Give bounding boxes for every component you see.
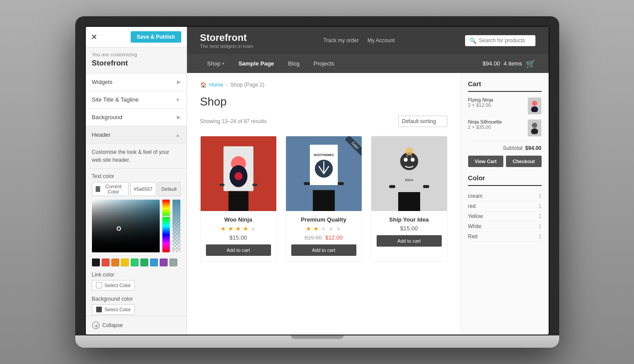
add-to-cart-woo-ninja[interactable]: Add to cart [206,244,271,256]
chevron-up-icon: ▲ [176,132,180,138]
picker-dot [117,226,121,231]
swatch-red[interactable] [102,258,110,266]
original-price: $15.00 [304,234,322,241]
current-color-swatch [95,186,100,192]
cart-widget-title: Cart [468,80,542,92]
collapse-button[interactable]: ◀ Collapse [86,316,187,335]
nav-item-projects[interactable]: Projects [307,54,341,73]
star-5: ★ [250,225,256,232]
store-search[interactable]: 🔍 [465,35,535,46]
svg-point-19 [405,147,413,155]
shop-area: 🏠 Home › Shop (Page 2) Shop Showing 13–2… [187,73,461,335]
link-color-select-button[interactable]: Select Color [92,280,135,291]
add-to-cart-premium[interactable]: Add to cart [291,244,356,256]
search-icon: 🔍 [469,37,476,44]
cart-icon[interactable]: 🛒 [526,59,535,69]
color-label-cream: cream [468,193,483,199]
default-button[interactable]: Default [158,182,180,196]
color-label-white: White [468,223,482,229]
svg-rect-6 [228,191,248,211]
track-order-link[interactable]: Track my order [323,37,359,44]
product-image-ship-idea: IDEA [371,136,447,211]
cart-buttons: View Cart Checkout [468,156,542,167]
menu-item-widgets[interactable]: Widgets ▶ [86,73,187,91]
cart-info: $94.00 4 items 🛒 [483,59,535,69]
breadcrumb-home-link[interactable]: Home [209,82,224,88]
store-nav-links: Track my order My Account [323,37,395,44]
swatch-gray[interactable] [169,258,177,266]
laptop-bottom [75,335,559,348]
link-color-section: Link color Select Color [86,269,187,293]
menu-item-header[interactable]: Header ▲ [86,126,187,144]
cart-subtotal: Subtotal: $94.00 [468,141,542,151]
color-gradient-picker[interactable] [92,200,160,252]
alpha-slider[interactable] [172,200,180,252]
subtotal-value: $94.00 [525,145,542,151]
menu-item-site-title[interactable]: Site Title & Tagline ▼ [86,91,187,109]
color-filter-cream[interactable]: cream 1 [468,191,542,201]
cart-item-2: Ninja Silhouette 2 × $35.00 [468,119,542,137]
current-color-button[interactable]: Current Color [92,182,128,196]
current-color-label: Current Color [102,184,125,194]
color-filter-red[interactable]: red 1 [468,201,542,211]
customizer-scroll: You are customizing Storefront Widgets ▶… [86,47,187,316]
color-label-yellow: Yellow [468,213,483,219]
my-account-link[interactable]: My Account [367,37,395,44]
nav-item-shop[interactable]: Shop ▾ [200,54,231,73]
sidebar-right: Cart Flying Ninja 2 × $12.00 [461,73,549,335]
view-cart-button[interactable]: View Cart [468,156,504,167]
color-widget: Color cream 1 red 1 Yellow 1 [468,174,542,242]
woo-ninja-illustration [201,136,276,211]
hue-slider-thumb [162,215,170,217]
store-tagline: The best widgets in town [200,44,253,49]
swatch-orange[interactable] [111,258,119,266]
checkout-button[interactable]: Checkout [506,156,542,167]
menu-item-background[interactable]: Background ▶ [86,109,187,126]
close-button[interactable]: ✕ [91,33,97,41]
breadcrumb-home-icon: 🏠 [200,82,207,88]
swatch-purple[interactable] [160,258,168,266]
add-to-cart-ship-idea[interactable]: Add to cart [377,235,442,247]
hue-slider[interactable] [162,200,170,252]
product-name-premium: Premium Quality [291,216,356,223]
swatch-yellow[interactable] [121,258,129,266]
svg-rect-23 [389,185,395,188]
svg-point-28 [532,123,537,128]
shop-title: Shop [200,95,447,109]
alpha-slider-thumb [172,248,180,250]
swatch-green[interactable] [131,258,139,266]
nav-item-blog[interactable]: Blog [281,54,307,73]
link-color-swatch [96,282,102,288]
bg-color-select-button[interactable]: Select Color [92,304,135,315]
nav-dropdown-icon: ▾ [222,61,224,66]
color-filter-yellow[interactable]: Yellow 1 [468,211,542,222]
color-filter-red2[interactable]: Red 1 [468,232,542,242]
color-count-yellow: 1 [539,213,542,219]
svg-rect-5 [252,184,257,186]
subtotal-label: Subtotal: [503,145,524,151]
nav-item-sample-page[interactable]: Sample Page [231,54,281,73]
menu-item-site-title-label: Site Title & Tagline [92,96,139,103]
swatch-dark-green[interactable] [140,258,148,266]
swatch-black[interactable] [92,258,100,266]
star-1-p: ★ [306,225,312,232]
save-publish-button[interactable]: Save & Publish [131,31,181,43]
color-picker-container [86,200,187,252]
sort-select[interactable]: Default sorting [398,116,447,127]
customizer-subtitle: You are customizing [86,47,187,59]
products-grid: Woo Ninja ★ ★ ★ ★ ★ $15.00 [200,136,447,262]
collapse-circle-icon: ◀ [92,321,100,329]
cart-item-1-info: Flying Ninja 2 × $12.00 [468,97,524,108]
hex-value-button[interactable]: #5a6567 [130,182,156,196]
product-card-ship-idea: IDEA Ship Your Idea [371,136,447,262]
svg-rect-24 [423,185,429,188]
svg-rect-12 [304,182,310,185]
color-count-cream: 1 [539,193,542,199]
color-filter-white[interactable]: White 1 [468,222,542,232]
store-brand: Storefront The best widgets in town [200,32,253,49]
link-color-label: Link color [92,272,180,278]
search-input[interactable] [479,37,531,44]
swatch-blue[interactable] [150,258,158,266]
star-4-p: ★ [328,225,334,232]
product-price-woo-ninja: $15.00 [206,234,271,241]
